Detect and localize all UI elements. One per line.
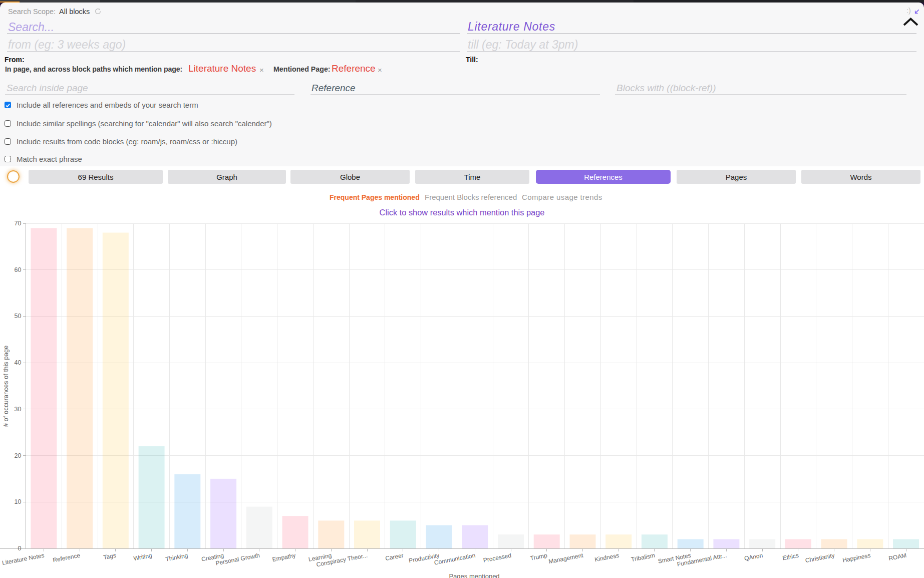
svg-text:30: 30	[15, 406, 22, 413]
svg-text:Christianity: Christianity	[805, 552, 835, 564]
svg-text:50: 50	[15, 313, 22, 320]
svg-text:10: 10	[15, 498, 22, 505]
svg-text:Career: Career	[385, 552, 404, 562]
svg-text:Literature Notes: Literature Notes	[2, 552, 45, 566]
svg-text:Pages mentioned: Pages mentioned	[449, 572, 499, 578]
svg-text:ROAM: ROAM	[888, 552, 907, 562]
svg-text:Trump: Trump	[530, 552, 548, 562]
svg-text:60: 60	[15, 266, 22, 273]
svg-text:40: 40	[15, 359, 22, 366]
svg-text:Reference: Reference	[52, 552, 81, 564]
svg-text:Empathy: Empathy	[271, 552, 296, 563]
svg-text:QAnon: QAnon	[744, 552, 763, 562]
svg-text:Management: Management	[548, 552, 584, 565]
svg-text:# of occurances of this page: # of occurances of this page	[2, 346, 10, 427]
svg-text:20: 20	[15, 452, 22, 459]
svg-text:Kindness: Kindness	[594, 552, 620, 563]
svg-text:Thinking: Thinking	[165, 552, 188, 563]
svg-text:Processed: Processed	[483, 552, 512, 564]
svg-text:Happiness: Happiness	[842, 552, 871, 564]
svg-text:Tribalism: Tribalism	[631, 552, 656, 563]
svg-text:Ethics: Ethics	[782, 552, 799, 562]
svg-text:Communication: Communication	[434, 552, 476, 566]
svg-text:70: 70	[15, 220, 22, 227]
svg-text:Tags: Tags	[103, 552, 116, 561]
svg-text:Writing: Writing	[133, 552, 153, 562]
svg-text:0: 0	[18, 545, 22, 552]
